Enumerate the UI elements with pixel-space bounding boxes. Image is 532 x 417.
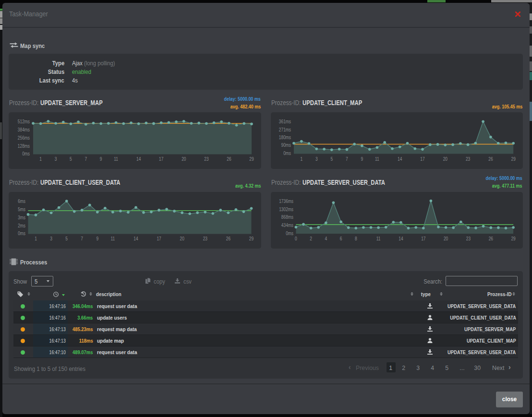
svg-text:29: 29	[249, 156, 254, 162]
svg-text:6: 6	[340, 236, 342, 241]
svg-text:20: 20	[443, 156, 447, 162]
svg-text:2ms: 2ms	[18, 223, 25, 228]
svg-text:128ms: 128ms	[18, 143, 30, 149]
svg-text:14: 14	[399, 236, 403, 241]
svg-text:1: 1	[35, 236, 37, 241]
svg-text:20: 20	[444, 236, 448, 241]
svg-text:868ms: 868ms	[281, 214, 293, 220]
svg-text:384ms: 384ms	[18, 127, 30, 132]
svg-text:0ms: 0ms	[22, 151, 30, 156]
svg-text:271ms: 271ms	[279, 127, 291, 132]
svg-text:20: 20	[181, 156, 186, 162]
svg-text:6ms: 6ms	[18, 198, 25, 204]
svg-text:23: 23	[466, 156, 470, 162]
svg-text:26: 26	[227, 156, 231, 162]
svg-text:14: 14	[133, 236, 138, 241]
svg-text:11: 11	[376, 236, 381, 241]
svg-text:361ms: 361ms	[279, 119, 291, 124]
svg-text:9: 9	[96, 236, 98, 241]
svg-text:17: 17	[421, 236, 425, 241]
svg-text:8: 8	[355, 236, 357, 241]
svg-text:4: 4	[325, 236, 327, 241]
svg-text:0ms: 0ms	[286, 230, 293, 236]
svg-text:5: 5	[65, 236, 68, 241]
svg-text:17: 17	[159, 156, 163, 162]
svg-text:17: 17	[420, 156, 424, 162]
svg-text:3: 3	[50, 236, 52, 241]
svg-text:7: 7	[81, 236, 83, 241]
svg-text:3: 3	[55, 156, 57, 162]
svg-text:7: 7	[85, 156, 87, 162]
svg-text:1: 1	[39, 156, 42, 162]
svg-text:512ms: 512ms	[18, 119, 30, 124]
svg-text:1302ms: 1302ms	[279, 206, 293, 212]
svg-text:23: 23	[466, 236, 471, 241]
svg-text:180ms: 180ms	[279, 134, 291, 140]
svg-text:2: 2	[310, 236, 312, 241]
svg-text:5: 5	[70, 156, 72, 162]
svg-text:9: 9	[100, 156, 102, 162]
svg-text:1736ms: 1736ms	[279, 198, 293, 204]
svg-text:14: 14	[136, 156, 141, 162]
svg-text:11: 11	[111, 236, 115, 241]
svg-text:11: 11	[114, 156, 118, 162]
svg-text:17: 17	[157, 236, 161, 241]
svg-text:434ms: 434ms	[281, 222, 293, 228]
svg-text:256ms: 256ms	[18, 135, 30, 141]
svg-text:20: 20	[180, 236, 184, 241]
svg-text:5: 5	[330, 156, 333, 162]
svg-text:26: 26	[488, 156, 493, 162]
svg-text:14: 14	[398, 156, 402, 162]
svg-text:29: 29	[249, 236, 254, 241]
svg-text:3ms: 3ms	[18, 214, 25, 220]
svg-text:0: 0	[295, 236, 297, 241]
svg-text:1: 1	[300, 156, 302, 162]
svg-text:0ms: 0ms	[283, 150, 291, 156]
svg-text:9: 9	[361, 156, 363, 162]
svg-text:29: 29	[511, 236, 515, 241]
svg-text:7: 7	[346, 156, 348, 162]
svg-text:23: 23	[204, 156, 208, 162]
svg-text:23: 23	[203, 236, 207, 241]
svg-text:11: 11	[375, 156, 379, 162]
svg-text:0ms: 0ms	[18, 230, 25, 236]
svg-text:90ms: 90ms	[281, 142, 291, 148]
svg-text:26: 26	[489, 236, 493, 241]
svg-text:3: 3	[315, 156, 318, 162]
svg-text:29: 29	[511, 156, 516, 162]
svg-text:5ms: 5ms	[18, 206, 25, 212]
svg-text:26: 26	[226, 236, 230, 241]
